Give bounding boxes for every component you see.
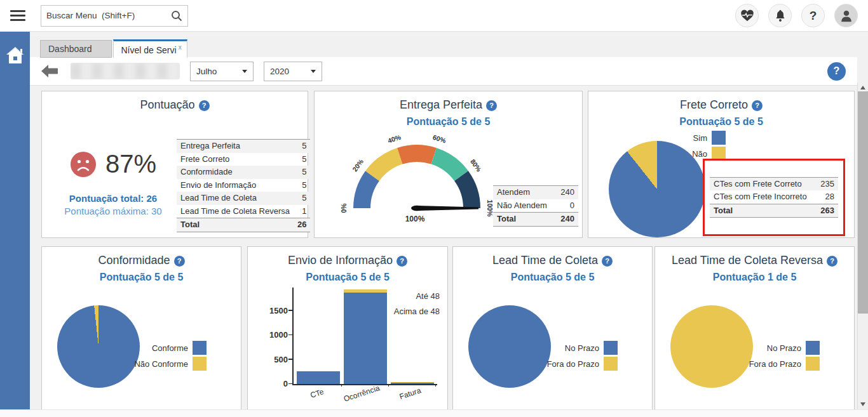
month-select[interactable]: Julho xyxy=(190,62,254,81)
user-avatar-button[interactable] xyxy=(834,4,858,27)
gauge-tick-label: 0% xyxy=(340,203,348,213)
help-icon[interactable]: ? xyxy=(602,256,613,267)
table-row: Entrega Perfeita5 xyxy=(177,140,310,153)
year-select[interactable]: 2020 xyxy=(264,62,322,81)
left-sidebar xyxy=(0,32,30,409)
card-title-text: Conformidade xyxy=(98,254,170,267)
legend-swatch-blue xyxy=(193,341,207,355)
header-icon-group: ? xyxy=(735,4,858,27)
card-score-subtitle: Pontuação 1 de 5 xyxy=(655,272,854,283)
help-button[interactable]: ? xyxy=(801,4,825,27)
frete-table: CTes com Frete Correto235 CTes com Frete… xyxy=(710,177,838,218)
legend-label: Fora do Prazo xyxy=(547,359,599,369)
y-axis-tick-mark xyxy=(288,310,292,311)
card-title-text: Frete Correto xyxy=(680,98,748,111)
table-total-row: Total26 xyxy=(177,218,310,232)
legend-label: Sim xyxy=(693,133,707,143)
help-icon[interactable]: ? xyxy=(199,100,210,111)
card-entrega-perfeita: Entrega Perfeita? Pontuação 5 de 5 0% 20… xyxy=(314,91,583,238)
card-score-subtitle: Pontuação 5 de 5 xyxy=(42,272,241,283)
legend-swatch-blue xyxy=(712,131,726,145)
scrollbar-down-arrow-icon[interactable] xyxy=(860,402,865,406)
legend-label: No Prazo xyxy=(565,343,599,353)
card-envio-informacao: Envio de Informação? Pontuação 5 de 5 CT… xyxy=(247,246,448,410)
legend-item: No Prazo xyxy=(712,341,820,355)
legend-item: Fora do Prazo xyxy=(510,357,618,371)
entrega-table: Atendem240 Não Atendem0 Total240 xyxy=(493,185,578,227)
envio-legend: Até 48 Acima de 48 xyxy=(394,291,440,322)
tab-dashboard[interactable]: Dashboard xyxy=(40,40,112,58)
card-score-subtitle: Pontuação 5 de 5 xyxy=(588,116,854,128)
y-axis-tick-mark xyxy=(288,383,292,385)
bar-CTe: CTe xyxy=(297,371,340,384)
search-input[interactable] xyxy=(46,11,171,20)
card-score-subtitle: Pontuação 5 de 5 xyxy=(248,272,447,283)
hamburger-menu-icon[interactable] xyxy=(10,8,25,23)
conformidade-legend: Conforme Não Conforme xyxy=(98,341,207,373)
total-score-value: 26 xyxy=(147,193,158,204)
bar-segment xyxy=(297,371,340,384)
card-title: Lead Time de Coleta? xyxy=(453,254,652,267)
help-icon[interactable]: ? xyxy=(827,256,837,267)
y-axis-tick-label: 500 xyxy=(274,355,288,364)
card-lead-time-coleta: Lead Time de Coleta? Pontuação 5 de 5 No… xyxy=(452,246,653,410)
card-title: Conformidade? xyxy=(42,254,241,267)
top-header: ? xyxy=(0,0,868,32)
help-icon[interactable]: ? xyxy=(752,100,763,111)
back-arrow-icon[interactable] xyxy=(41,65,58,77)
table-row: Envio de Informação5 xyxy=(177,179,310,192)
table-row: Conformidade5 xyxy=(177,166,310,179)
table-row: Frete Correto5 xyxy=(177,153,310,166)
health-status-button[interactable] xyxy=(735,4,759,27)
total-score-label: Pontuação total: xyxy=(69,193,144,204)
table-total-row: Total263 xyxy=(710,204,838,218)
gauge-tick-label: 20% xyxy=(351,157,365,173)
legend-item: Sim xyxy=(662,131,726,145)
legend-swatch-blue xyxy=(806,341,820,355)
vertical-scrollbar[interactable] xyxy=(857,83,868,409)
help-icon[interactable]: ? xyxy=(174,256,185,267)
card-conformidade: Conformidade? Pontuação 5 de 5 Conforme … xyxy=(41,246,241,410)
search-icon[interactable] xyxy=(171,10,182,22)
bar-Ocorrência: Ocorrência xyxy=(344,289,387,384)
table-total-row: Total240 xyxy=(493,213,578,227)
notifications-button[interactable] xyxy=(768,4,792,27)
table-row: Lead Time de Coleta5 xyxy=(177,192,310,205)
scrollbar-thumb[interactable] xyxy=(858,91,868,314)
menu-search-box[interactable] xyxy=(41,5,188,27)
max-score-value: 30 xyxy=(151,206,162,216)
legend-swatch-yellow xyxy=(806,357,820,371)
score-percent: 87% xyxy=(105,150,156,178)
bar-x-label: Ocorrência xyxy=(342,383,381,403)
card-title-text: Lead Time de Coleta xyxy=(492,254,598,267)
legend-swatch-yellow xyxy=(193,357,207,371)
table-row: Lead Time de Coleta Reversa1 xyxy=(177,205,310,218)
legend-item: Não Conforme xyxy=(98,357,207,371)
card-title: Frete Correto? xyxy=(588,98,854,112)
card-title: Entrega Perfeita? xyxy=(315,98,582,112)
page-help-button[interactable]: ? xyxy=(827,62,846,81)
redacted-client-name xyxy=(71,63,180,79)
tab-label: Nível de Servi xyxy=(121,45,177,55)
scrollbar-up-arrow-icon[interactable] xyxy=(860,86,865,89)
home-icon[interactable] xyxy=(5,46,25,65)
gauge-value-label: 100% xyxy=(405,215,425,223)
legend-label: Conforme xyxy=(152,343,188,353)
legend-label: No Prazo xyxy=(767,343,801,353)
max-score-label: Pontuação máxima: xyxy=(64,206,149,216)
gauge-tick-label: 60% xyxy=(432,133,447,145)
gauge-chart: 0% 20% 40% 60% 80% 100% 100% xyxy=(320,127,510,225)
help-icon[interactable]: ? xyxy=(397,256,407,267)
bar-x-label: Fatura xyxy=(398,386,422,401)
card-lead-time-coleta-reversa: Lead Time de Coleta Reversa? Pontuação 1… xyxy=(654,246,855,410)
bar-x-label: CTe xyxy=(309,387,325,400)
tab-close-icon[interactable]: x xyxy=(179,44,182,51)
chevron-down-icon xyxy=(242,70,247,73)
tab-nivel-de-servico[interactable]: Nível de Servix xyxy=(113,39,187,58)
frete-legend: Sim Não xyxy=(662,131,726,162)
lead-legend: No Prazo Fora do Prazo xyxy=(510,341,618,373)
bar-segment xyxy=(344,293,387,384)
help-icon[interactable]: ? xyxy=(486,100,497,111)
card-title-text: Envio de Informação xyxy=(288,254,393,267)
bell-icon xyxy=(774,9,787,22)
